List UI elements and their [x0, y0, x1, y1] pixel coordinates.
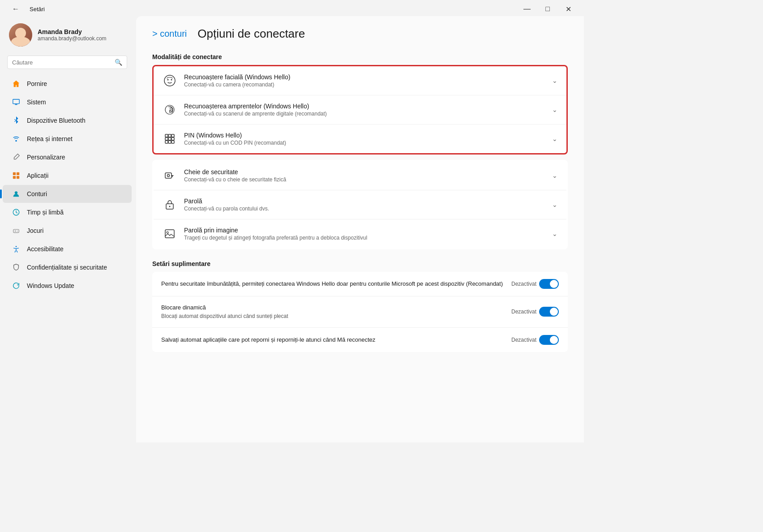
option-subtitle-fingerprint: Conectați-vă cu scanerul de amprente dig… [184, 111, 327, 117]
network-icon [12, 134, 21, 143]
option-text-password: Parolă Conectați-vă cu parola contului d… [184, 197, 269, 212]
maximize-button[interactable]: □ [537, 2, 558, 16]
close-button[interactable]: ✕ [558, 2, 579, 16]
option-item-picture-password[interactable]: Parolă prin imagine Trageți cu degetul ș… [154, 219, 566, 248]
additional-item-dynamic-lock: Blocare dinamicăBlocați automat dispozit… [152, 296, 568, 328]
sidebar-item-accounts[interactable]: Conturi [3, 185, 132, 203]
facial-icon [163, 73, 177, 88]
toggle-windows-hello[interactable]: Dezactivat [511, 279, 559, 289]
back-button[interactable]: ← [5, 2, 26, 16]
sidebar-item-games[interactable]: Jocuri [3, 222, 132, 240]
avatar [9, 23, 32, 47]
option-subtitle-password: Conectați-vă cu parola contului dvs. [184, 206, 269, 212]
accessibility-icon [12, 245, 21, 253]
option-title-password: Parolă [184, 197, 269, 205]
additional-text-dynamic-lock: Blocare dinamicăBlocați automat dispozit… [161, 304, 288, 320]
additional-text-windows-hello: Pentru securitate îmbunătățită, permiteț… [161, 280, 503, 288]
sidebar-item-apps[interactable]: Aplicații [3, 167, 132, 184]
option-subtitle-facial: Conectați-vă cu camera (recomandat) [184, 82, 290, 88]
additional-item-auto-restart: Salvați automat aplicațiile care pot rep… [152, 328, 568, 352]
option-item-pin[interactable]: PIN (Windows Hello) Conectați-vă cu un C… [154, 124, 566, 153]
apps-icon [12, 171, 21, 180]
option-left-security-key: Cheie de securitate Conectați-vă cu o ch… [163, 168, 552, 183]
additional-item-windows-hello: Pentru securitate îmbunătățită, permiteț… [152, 272, 568, 296]
sidebar-label-network: Rețea și internet [27, 135, 73, 142]
breadcrumb[interactable]: > conturi [152, 29, 187, 39]
svg-rect-16 [171, 134, 174, 137]
security-key-icon [163, 168, 177, 183]
additional-section-title: Setări suplimentare [152, 260, 568, 267]
pin-icon [163, 132, 177, 146]
page-header: > conturi Opțiuni de conectare [152, 27, 568, 41]
user-profile: Amanda Brady amanda.brady@outlook.com [0, 16, 134, 56]
minimize-button[interactable]: — [517, 2, 537, 16]
sidebar-item-system[interactable]: Sistem [3, 93, 132, 111]
option-item-password[interactable]: Parolă Conectați-vă cu parola contului d… [154, 190, 566, 219]
sidebar-item-personalize[interactable]: Personalizare [3, 148, 132, 166]
search-input[interactable] [12, 59, 111, 66]
app-container: Amanda Brady amanda.brady@outlook.com 🔍 … [0, 16, 584, 442]
option-item-facial[interactable]: Recunoaștere facială (Windows Hello) Con… [154, 66, 566, 95]
option-item-fingerprint[interactable]: Recunoașterea amprentelor (Windows Hello… [154, 95, 566, 124]
option-subtitle-pin: Conectați-vă cu un COD PIN (recomandat) [184, 140, 286, 146]
additional-items-group: Pentru securitate îmbunătățită, permiteț… [152, 272, 568, 352]
toggle-switch-windows-hello[interactable] [539, 279, 559, 289]
sidebar-item-time[interactable]: Timp și limbă [3, 203, 132, 221]
toggle-thumb-windows-hello [550, 280, 558, 288]
highlighted-options-group: Recunoaștere facială (Windows Hello) Con… [152, 65, 568, 154]
chevron-password: ⌄ [552, 201, 557, 208]
svg-point-26 [169, 206, 171, 207]
other-options-group: Cheie de securitate Conectați-vă cu o ch… [152, 160, 568, 249]
avatar-image [9, 23, 32, 47]
sidebar-label-system: Sistem [27, 99, 46, 106]
additional-section: Setări suplimentare Pentru securitate îm… [152, 260, 568, 352]
sidebar-item-network[interactable]: Rețea și internet [3, 130, 132, 148]
toggle-switch-dynamic-lock[interactable] [539, 307, 559, 317]
search-container: 🔍 [0, 56, 134, 74]
chevron-facial: ⌄ [552, 77, 557, 84]
option-left-picture-password: Parolă prin imagine Trageți cu degetul ș… [163, 227, 552, 241]
svg-rect-21 [168, 141, 171, 143]
svg-rect-0 [13, 99, 19, 104]
sidebar-item-home[interactable]: Pornire [3, 75, 132, 93]
svg-rect-14 [165, 134, 168, 137]
search-box[interactable]: 🔍 [7, 56, 127, 69]
option-item-security-key[interactable]: Cheie de securitate Conectați-vă cu o ch… [154, 161, 566, 190]
option-left-password: Parolă Conectați-vă cu parola contului d… [163, 197, 552, 212]
option-left-facial: Recunoaștere facială (Windows Hello) Con… [163, 73, 552, 88]
title-bar: ← Setări — □ ✕ [0, 0, 584, 16]
toggle-thumb-dynamic-lock [550, 308, 558, 316]
svg-rect-4 [13, 176, 16, 179]
toggle-auto-restart[interactable]: Dezactivat [511, 335, 559, 345]
additional-subtext-dynamic-lock: Blocați automat dispozitivul atunci când… [161, 313, 288, 320]
personalize-icon [12, 153, 21, 162]
toggle-dynamic-lock[interactable]: Dezactivat [511, 307, 559, 317]
sidebar-label-accessibility: Accesibilitate [27, 245, 64, 253]
sidebar-label-bluetooth: Dispozitive Bluetooth [27, 117, 86, 124]
option-left-pin: PIN (Windows Hello) Conectați-vă cu un C… [163, 132, 552, 146]
sidebar-item-accessibility[interactable]: Accesibilitate [3, 240, 132, 258]
page-title: Opțiuni de conectare [197, 27, 305, 41]
sidebar-nav: Pornire Sistem Dispozitive Bluetooth Reț… [0, 74, 134, 295]
games-icon [12, 226, 21, 235]
sidebar-item-update[interactable]: Windows Update [3, 277, 132, 295]
window-controls: — □ ✕ [517, 2, 579, 16]
user-email: amanda.brady@outlook.com [38, 35, 107, 42]
option-title-facial: Recunoaștere facială (Windows Hello) [184, 73, 290, 81]
toggle-label-auto-restart: Dezactivat [511, 337, 536, 343]
system-icon [12, 98, 21, 107]
accounts-icon [12, 189, 21, 198]
svg-rect-18 [168, 137, 171, 140]
toggle-switch-auto-restart[interactable] [539, 335, 559, 345]
svg-point-12 [167, 79, 169, 81]
sidebar: Amanda Brady amanda.brady@outlook.com 🔍 … [0, 16, 134, 442]
option-text-picture-password: Parolă prin imagine Trageți cu degetul ș… [184, 227, 367, 241]
update-icon [12, 281, 21, 290]
sign-in-section-title: Modalități de conectare [152, 53, 568, 60]
additional-text-auto-restart: Salvați automat aplicațiile care pot rep… [161, 336, 375, 344]
toggle-label-windows-hello: Dezactivat [511, 281, 536, 287]
sidebar-item-bluetooth[interactable]: Dispozitive Bluetooth [3, 112, 132, 129]
svg-point-28 [167, 232, 168, 233]
sidebar-item-privacy[interactable]: Confidențialitate și securitate [3, 258, 132, 276]
option-text-pin: PIN (Windows Hello) Conectați-vă cu un C… [184, 132, 286, 146]
